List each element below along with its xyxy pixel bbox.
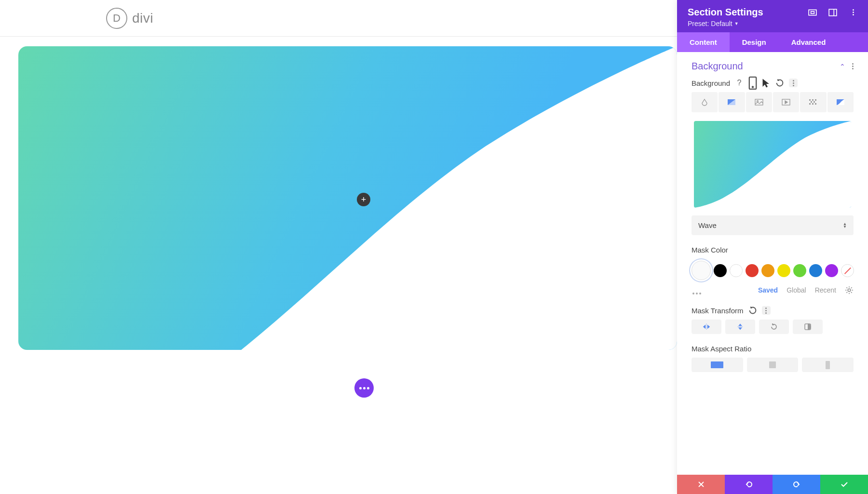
expand-icon[interactable]	[808, 8, 817, 17]
snap-icon[interactable]	[828, 8, 837, 17]
background-type-tabs	[692, 92, 854, 112]
more-colors-icon[interactable]	[692, 288, 702, 297]
background-label: Background	[692, 79, 730, 87]
bg-tab-mask[interactable]	[827, 92, 854, 112]
svg-rect-0	[809, 10, 816, 15]
tab-advanced[interactable]: Advanced	[779, 32, 839, 52]
chevron-up-icon[interactable]: ⌃	[840, 63, 845, 70]
colors-tab-saved[interactable]: Saved	[758, 286, 778, 294]
swatch-selected[interactable]	[692, 261, 711, 280]
flip-vertical-button[interactable]	[725, 320, 755, 334]
transform-more-icon[interactable]	[762, 306, 771, 315]
svg-rect-16	[812, 103, 814, 105]
preset-value: Default	[711, 20, 732, 27]
invert-button[interactable]	[793, 320, 823, 334]
svg-rect-13	[811, 101, 812, 103]
tab-content[interactable]: Content	[677, 32, 730, 52]
color-swatches	[692, 261, 854, 280]
logo-icon: D	[106, 8, 127, 29]
bg-tab-video[interactable]	[773, 92, 799, 112]
swatch-black[interactable]	[714, 264, 727, 277]
svg-rect-2	[829, 9, 837, 16]
more-icon[interactable]	[849, 8, 857, 17]
section-preview[interactable]	[18, 46, 677, 350]
mask-color-label: Mask Color	[692, 246, 854, 254]
aspect-landscape-button[interactable]	[692, 358, 743, 372]
mobile-icon[interactable]	[748, 79, 757, 87]
colors-tab-global[interactable]: Global	[787, 286, 806, 294]
preset-selector[interactable]: Preset: Default ▼	[688, 20, 857, 27]
section-more-icon[interactable]	[852, 63, 854, 69]
swatch-none[interactable]	[841, 264, 854, 277]
undo-button[interactable]	[725, 475, 773, 494]
svg-rect-1	[811, 11, 814, 13]
select-arrows-icon: ▲▼	[843, 223, 847, 228]
mask-style-select[interactable]: Wave ▲▼	[692, 215, 854, 235]
section-title: Background	[692, 61, 743, 72]
logo: D divi	[106, 8, 153, 29]
preset-label: Preset:	[688, 20, 709, 27]
svg-rect-11	[812, 99, 814, 101]
panel-tabs: Content Design Advanced	[677, 32, 868, 52]
redo-button[interactable]	[773, 475, 820, 494]
mask-style-value: Wave	[698, 221, 717, 229]
discard-button[interactable]	[677, 475, 725, 494]
page-fab[interactable]	[354, 378, 374, 398]
panel-header: Section Settings Preset: Default ▼	[677, 0, 868, 32]
svg-rect-12	[815, 99, 816, 101]
svg-point-19	[848, 289, 851, 292]
rotate-button[interactable]	[759, 320, 789, 334]
chevron-down-icon: ▼	[734, 21, 739, 26]
transform-reset-icon[interactable]	[748, 306, 757, 315]
aspect-portrait-button[interactable]	[802, 358, 854, 372]
save-button[interactable]	[820, 475, 868, 494]
mask-transform-label: Mask Transform	[692, 307, 744, 315]
svg-rect-15	[809, 103, 811, 105]
bg-tab-pattern[interactable]	[800, 92, 826, 112]
section-background-head[interactable]: Background ⌃	[677, 52, 868, 79]
flip-horizontal-button[interactable]	[692, 320, 721, 334]
swatch-orange[interactable]	[761, 264, 774, 277]
swatch-red[interactable]	[746, 264, 759, 277]
bg-tab-color[interactable]	[692, 92, 718, 112]
svg-point-8	[757, 101, 758, 102]
swatch-white[interactable]	[730, 264, 743, 277]
svg-rect-14	[814, 101, 815, 103]
top-bar: D divi	[0, 0, 677, 37]
panel-footer	[677, 475, 868, 494]
svg-point-5	[752, 86, 753, 87]
gear-icon[interactable]	[845, 286, 854, 294]
settings-panel: Section Settings Preset: Default ▼	[677, 0, 868, 494]
svg-rect-17	[815, 103, 816, 105]
swatch-blue[interactable]	[809, 264, 822, 277]
wave-mask	[18, 46, 677, 350]
hover-icon[interactable]	[762, 79, 771, 87]
bg-tab-gradient[interactable]	[719, 92, 745, 112]
swatch-purple[interactable]	[825, 264, 838, 277]
aspect-square-button[interactable]	[747, 358, 799, 372]
panel-title: Section Settings	[688, 7, 763, 18]
mask-preview	[694, 121, 851, 208]
swatch-yellow[interactable]	[777, 264, 790, 277]
field-more-icon[interactable]	[789, 79, 798, 87]
tab-design[interactable]: Design	[730, 32, 779, 52]
colors-tab-recent[interactable]: Recent	[815, 286, 836, 294]
swatch-green[interactable]	[793, 264, 806, 277]
bg-tab-image[interactable]	[746, 92, 772, 112]
add-button[interactable]: +	[357, 193, 370, 206]
reset-icon[interactable]	[775, 79, 784, 87]
mask-aspect-label: Mask Aspect Ratio	[692, 345, 854, 353]
svg-rect-10	[809, 99, 811, 101]
help-icon[interactable]: ?	[735, 79, 744, 87]
logo-text: divi	[132, 11, 153, 26]
